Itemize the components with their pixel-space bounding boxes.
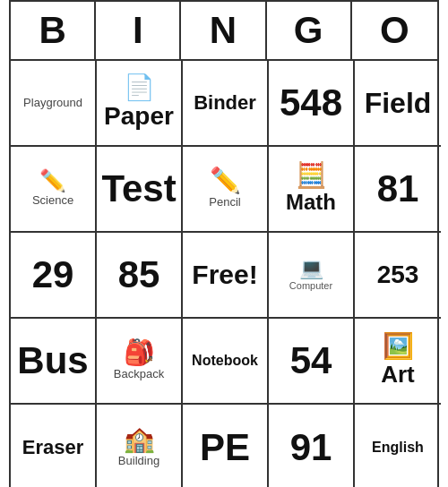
cell-2-4: 🧮 Math — [269, 147, 355, 233]
cell-label: Bus — [17, 339, 88, 382]
header-n: N — [181, 2, 266, 59]
cell-2-2: Test — [97, 147, 183, 233]
cell-4-2: 🎒 Backpack — [97, 319, 183, 405]
cell-label: 85 — [118, 253, 160, 296]
cell-2-1: ✏️ Science — [11, 147, 97, 233]
cell-3-1: 29 — [11, 233, 97, 319]
cell-label: 253 — [377, 261, 419, 289]
cell-label: Test — [101, 167, 176, 210]
cell-4-1: Bus — [11, 319, 97, 405]
cell-1-2: 📄 Paper — [97, 61, 183, 147]
cell-5-3: PE — [183, 405, 269, 487]
cell-label: PE — [200, 426, 250, 469]
cell-label: Pencil — [209, 195, 240, 209]
cell-label: Notebook — [192, 352, 258, 369]
cell-label: 29 — [32, 253, 74, 296]
cell-label: Field — [365, 87, 432, 120]
art-icon: 🖼️ — [383, 334, 414, 359]
cell-5-4: 91 — [269, 405, 355, 487]
cell-label: 548 — [280, 81, 342, 124]
cell-label: 81 — [377, 167, 419, 210]
computer-icon: 💻 — [299, 259, 323, 278]
building-icon: 🏫 — [124, 427, 155, 452]
cell-3-5: 253 — [355, 233, 441, 319]
cell-label: Science — [32, 193, 73, 208]
cell-4-4: 54 — [269, 319, 355, 405]
header-b: B — [11, 2, 96, 59]
cell-1-5: Field — [355, 61, 441, 147]
cell-label: 91 — [290, 426, 332, 469]
cell-2-5: 81 — [355, 147, 441, 233]
paper-icon: 📄 — [124, 75, 155, 100]
cell-5-2: 🏫 Building — [97, 405, 183, 487]
cell-label: Math — [286, 190, 336, 215]
science-icon: ✏️ — [39, 170, 66, 192]
cell-3-3-free: Free! — [183, 233, 269, 319]
header-i: I — [96, 2, 181, 59]
bingo-header: B I N G O — [11, 2, 437, 61]
backpack-icon: 🎒 — [124, 340, 155, 365]
cell-2-3: ✏️ Pencil — [183, 147, 269, 233]
cell-4-3: Notebook — [183, 319, 269, 405]
cell-label: Backpack — [114, 367, 164, 381]
pencil-icon: ✏️ — [210, 168, 241, 193]
free-label: Free! — [192, 260, 257, 290]
cell-4-5: 🖼️ Art — [355, 319, 441, 405]
cell-3-4: 💻 Computer — [269, 233, 355, 319]
bingo-grid: Playground 📄 Paper Binder 548 Field ✏️ S… — [11, 61, 437, 487]
cell-1-3: Binder — [183, 61, 269, 147]
cell-1-1: Playground — [11, 61, 97, 147]
cell-label: Binder — [194, 91, 256, 115]
bingo-card: B I N G O Playground 📄 Paper Binder 548 … — [9, 0, 439, 487]
cell-label: English — [372, 439, 424, 456]
cell-label: Playground — [23, 96, 82, 110]
cell-label: Building — [118, 454, 159, 468]
abacus-icon: 🧮 — [296, 163, 327, 188]
cell-label: Art — [381, 361, 415, 389]
header-o: O — [352, 2, 437, 59]
cell-3-2: 85 — [97, 233, 183, 319]
cell-5-1: Eraser — [11, 405, 97, 487]
cell-1-4: 548 — [269, 61, 355, 147]
header-g: G — [267, 2, 352, 59]
cell-5-5: English — [355, 405, 441, 487]
cell-label: Computer — [289, 280, 332, 291]
cell-label: 54 — [290, 339, 332, 382]
cell-label: Paper — [104, 102, 174, 131]
cell-label: Eraser — [22, 436, 84, 459]
